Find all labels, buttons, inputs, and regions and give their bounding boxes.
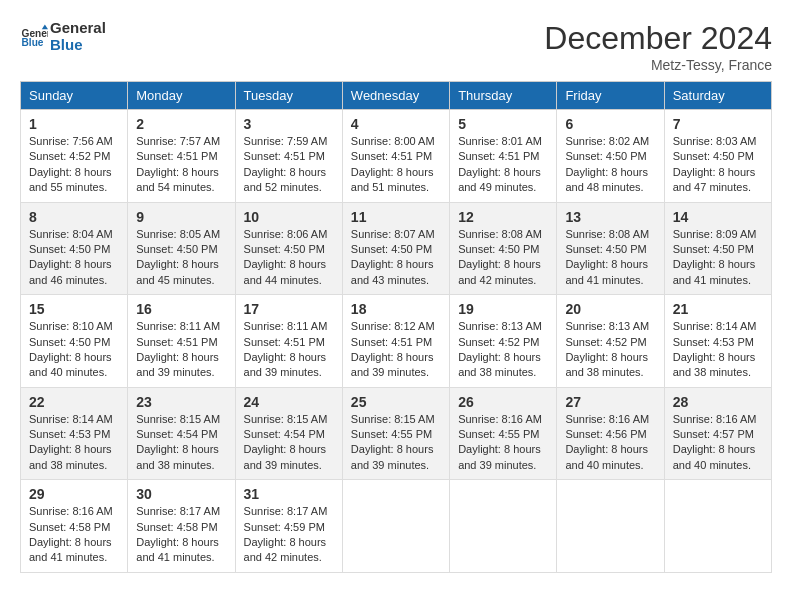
day-number: 9 (136, 209, 226, 225)
day-number: 19 (458, 301, 548, 317)
calendar-cell (450, 480, 557, 573)
calendar-cell: 28Sunrise: 8:16 AMSunset: 4:57 PMDayligh… (664, 387, 771, 480)
calendar-cell: 13Sunrise: 8:08 AMSunset: 4:50 PMDayligh… (557, 202, 664, 295)
logo: General Blue General Blue (20, 20, 106, 53)
title-block: December 2024 Metz-Tessy, France (544, 20, 772, 73)
calendar-cell (557, 480, 664, 573)
day-info: Sunrise: 7:59 AMSunset: 4:51 PMDaylight:… (244, 134, 334, 196)
day-number: 17 (244, 301, 334, 317)
page-header: General Blue General Blue December 2024 … (20, 20, 772, 73)
day-number: 21 (673, 301, 763, 317)
calendar-cell: 30Sunrise: 8:17 AMSunset: 4:58 PMDayligh… (128, 480, 235, 573)
day-number: 12 (458, 209, 548, 225)
logo-line2: Blue (50, 37, 106, 54)
day-number: 25 (351, 394, 441, 410)
calendar-cell: 19Sunrise: 8:13 AMSunset: 4:52 PMDayligh… (450, 295, 557, 388)
calendar-cell (342, 480, 449, 573)
calendar-cell: 20Sunrise: 8:13 AMSunset: 4:52 PMDayligh… (557, 295, 664, 388)
day-number: 7 (673, 116, 763, 132)
day-number: 14 (673, 209, 763, 225)
day-number: 23 (136, 394, 226, 410)
day-info: Sunrise: 8:06 AMSunset: 4:50 PMDaylight:… (244, 227, 334, 289)
day-info: Sunrise: 8:13 AMSunset: 4:52 PMDaylight:… (458, 319, 548, 381)
day-number: 30 (136, 486, 226, 502)
calendar-cell: 12Sunrise: 8:08 AMSunset: 4:50 PMDayligh… (450, 202, 557, 295)
calendar-cell: 26Sunrise: 8:16 AMSunset: 4:55 PMDayligh… (450, 387, 557, 480)
weekday-header: Thursday (450, 82, 557, 110)
calendar-cell: 27Sunrise: 8:16 AMSunset: 4:56 PMDayligh… (557, 387, 664, 480)
day-number: 22 (29, 394, 119, 410)
svg-marker-2 (42, 24, 48, 29)
day-number: 1 (29, 116, 119, 132)
day-number: 2 (136, 116, 226, 132)
calendar-cell: 25Sunrise: 8:15 AMSunset: 4:55 PMDayligh… (342, 387, 449, 480)
day-number: 20 (565, 301, 655, 317)
day-number: 29 (29, 486, 119, 502)
weekday-header: Wednesday (342, 82, 449, 110)
svg-text:Blue: Blue (22, 37, 44, 48)
calendar-table: SundayMondayTuesdayWednesdayThursdayFrid… (20, 81, 772, 573)
day-info: Sunrise: 8:09 AMSunset: 4:50 PMDaylight:… (673, 227, 763, 289)
calendar-cell: 9Sunrise: 8:05 AMSunset: 4:50 PMDaylight… (128, 202, 235, 295)
day-number: 18 (351, 301, 441, 317)
day-number: 26 (458, 394, 548, 410)
day-info: Sunrise: 8:15 AMSunset: 4:55 PMDaylight:… (351, 412, 441, 474)
calendar-cell: 23Sunrise: 8:15 AMSunset: 4:54 PMDayligh… (128, 387, 235, 480)
day-info: Sunrise: 8:13 AMSunset: 4:52 PMDaylight:… (565, 319, 655, 381)
day-info: Sunrise: 8:02 AMSunset: 4:50 PMDaylight:… (565, 134, 655, 196)
day-info: Sunrise: 8:17 AMSunset: 4:58 PMDaylight:… (136, 504, 226, 566)
day-info: Sunrise: 8:07 AMSunset: 4:50 PMDaylight:… (351, 227, 441, 289)
day-number: 31 (244, 486, 334, 502)
day-number: 28 (673, 394, 763, 410)
calendar-cell: 31Sunrise: 8:17 AMSunset: 4:59 PMDayligh… (235, 480, 342, 573)
calendar-cell: 15Sunrise: 8:10 AMSunset: 4:50 PMDayligh… (21, 295, 128, 388)
calendar-cell: 17Sunrise: 8:11 AMSunset: 4:51 PMDayligh… (235, 295, 342, 388)
calendar-cell: 14Sunrise: 8:09 AMSunset: 4:50 PMDayligh… (664, 202, 771, 295)
calendar-cell: 1Sunrise: 7:56 AMSunset: 4:52 PMDaylight… (21, 110, 128, 203)
calendar-cell: 8Sunrise: 8:04 AMSunset: 4:50 PMDaylight… (21, 202, 128, 295)
day-info: Sunrise: 8:03 AMSunset: 4:50 PMDaylight:… (673, 134, 763, 196)
day-info: Sunrise: 8:16 AMSunset: 4:58 PMDaylight:… (29, 504, 119, 566)
day-info: Sunrise: 8:15 AMSunset: 4:54 PMDaylight:… (244, 412, 334, 474)
day-number: 13 (565, 209, 655, 225)
day-number: 27 (565, 394, 655, 410)
day-info: Sunrise: 8:16 AMSunset: 4:56 PMDaylight:… (565, 412, 655, 474)
calendar-cell: 10Sunrise: 8:06 AMSunset: 4:50 PMDayligh… (235, 202, 342, 295)
day-info: Sunrise: 8:00 AMSunset: 4:51 PMDaylight:… (351, 134, 441, 196)
day-number: 10 (244, 209, 334, 225)
calendar-cell: 2Sunrise: 7:57 AMSunset: 4:51 PMDaylight… (128, 110, 235, 203)
day-info: Sunrise: 8:17 AMSunset: 4:59 PMDaylight:… (244, 504, 334, 566)
day-info: Sunrise: 8:10 AMSunset: 4:50 PMDaylight:… (29, 319, 119, 381)
day-info: Sunrise: 8:11 AMSunset: 4:51 PMDaylight:… (136, 319, 226, 381)
calendar-cell: 4Sunrise: 8:00 AMSunset: 4:51 PMDaylight… (342, 110, 449, 203)
calendar-cell: 6Sunrise: 8:02 AMSunset: 4:50 PMDaylight… (557, 110, 664, 203)
day-number: 5 (458, 116, 548, 132)
calendar-cell: 7Sunrise: 8:03 AMSunset: 4:50 PMDaylight… (664, 110, 771, 203)
calendar-cell: 16Sunrise: 8:11 AMSunset: 4:51 PMDayligh… (128, 295, 235, 388)
calendar-cell: 24Sunrise: 8:15 AMSunset: 4:54 PMDayligh… (235, 387, 342, 480)
calendar-cell: 22Sunrise: 8:14 AMSunset: 4:53 PMDayligh… (21, 387, 128, 480)
day-info: Sunrise: 7:56 AMSunset: 4:52 PMDaylight:… (29, 134, 119, 196)
calendar-cell: 29Sunrise: 8:16 AMSunset: 4:58 PMDayligh… (21, 480, 128, 573)
day-info: Sunrise: 8:11 AMSunset: 4:51 PMDaylight:… (244, 319, 334, 381)
day-info: Sunrise: 8:12 AMSunset: 4:51 PMDaylight:… (351, 319, 441, 381)
day-number: 8 (29, 209, 119, 225)
calendar-cell: 3Sunrise: 7:59 AMSunset: 4:51 PMDaylight… (235, 110, 342, 203)
day-number: 24 (244, 394, 334, 410)
day-info: Sunrise: 8:16 AMSunset: 4:57 PMDaylight:… (673, 412, 763, 474)
calendar-cell: 18Sunrise: 8:12 AMSunset: 4:51 PMDayligh… (342, 295, 449, 388)
logo-line1: General (50, 20, 106, 37)
calendar-cell (664, 480, 771, 573)
calendar-cell: 5Sunrise: 8:01 AMSunset: 4:51 PMDaylight… (450, 110, 557, 203)
day-info: Sunrise: 8:14 AMSunset: 4:53 PMDaylight:… (673, 319, 763, 381)
day-number: 15 (29, 301, 119, 317)
month-title: December 2024 (544, 20, 772, 57)
weekday-header: Monday (128, 82, 235, 110)
day-info: Sunrise: 8:05 AMSunset: 4:50 PMDaylight:… (136, 227, 226, 289)
weekday-header: Saturday (664, 82, 771, 110)
day-number: 3 (244, 116, 334, 132)
calendar-cell: 11Sunrise: 8:07 AMSunset: 4:50 PMDayligh… (342, 202, 449, 295)
calendar-cell: 21Sunrise: 8:14 AMSunset: 4:53 PMDayligh… (664, 295, 771, 388)
day-info: Sunrise: 8:01 AMSunset: 4:51 PMDaylight:… (458, 134, 548, 196)
day-number: 4 (351, 116, 441, 132)
